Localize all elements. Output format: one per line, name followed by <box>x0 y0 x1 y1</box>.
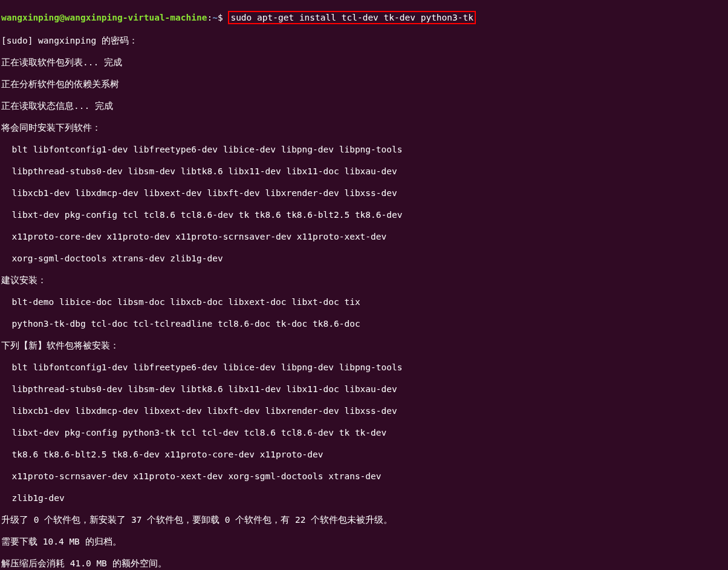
output-line: blt libfontconfig1-dev libfreetype6-dev … <box>1 144 727 155</box>
output-line: blt libfontconfig1-dev libfreetype6-dev … <box>1 362 727 373</box>
output-line: 升级了 0 个软件包，新安装了 37 个软件包，要卸载 0 个软件包，有 22 … <box>1 514 727 525</box>
output-line: x11proto-core-dev x11proto-dev x11proto-… <box>1 231 727 242</box>
prompt-user-host: wangxinping@wangxinping-virtual-machine <box>1 13 207 22</box>
prompt-path: ~ <box>212 13 218 22</box>
output-line: libxcb1-dev libxdmcp-dev libxext-dev lib… <box>1 405 727 416</box>
output-line: 下列【新】软件包将被安装： <box>1 340 727 351</box>
output-line: libpthread-stubs0-dev libsm-dev libtk8.6… <box>1 384 727 395</box>
prompt-colon: : <box>207 13 212 22</box>
output-line: 正在读取软件包列表... 完成 <box>1 57 727 68</box>
output-line: python3-tk-dbg tcl-doc tcl-tclreadline t… <box>1 318 727 329</box>
output-line: libxcb1-dev libxdmcp-dev libxext-dev lib… <box>1 188 727 198</box>
output-line: 解压缩后会消耗 41.0 MB 的额外空间。 <box>1 558 727 569</box>
command-line: wangxinping@wangxinping-virtual-machine:… <box>1 11 727 24</box>
output-line: 需要下载 10.4 MB 的归档。 <box>1 536 727 547</box>
output-line: libxt-dev pkg-config tcl tcl8.6 tcl8.6-d… <box>1 209 727 220</box>
output-line: 建议安装： <box>1 275 727 286</box>
output-line: xorg-sgml-doctools xtrans-dev zlib1g-dev <box>1 253 727 264</box>
output-line: 正在读取状态信息... 完成 <box>1 100 727 111</box>
output-line: libxt-dev pkg-config python3-tk tcl tcl-… <box>1 427 727 438</box>
output-line: libpthread-stubs0-dev libsm-dev libtk8.6… <box>1 166 727 177</box>
output-line: [sudo] wangxinping 的密码： <box>1 35 727 46</box>
terminal-output[interactable]: wangxinping@wangxinping-virtual-machine:… <box>0 0 728 570</box>
output-line: zlib1g-dev <box>1 493 727 503</box>
output-line: 正在分析软件包的依赖关系树 <box>1 79 727 90</box>
output-line: tk8.6 tk8.6-blt2.5 tk8.6-dev x11proto-co… <box>1 449 727 460</box>
output-line: 将会同时安装下列软件： <box>1 122 727 133</box>
output-line: x11proto-scrnsaver-dev x11proto-xext-dev… <box>1 471 727 482</box>
output-line: blt-demo libice-doc libsm-doc libxcb-doc… <box>1 296 727 307</box>
prompt-dollar: $ <box>218 13 228 22</box>
highlighted-command: sudo apt-get install tcl-dev tk-dev pyth… <box>228 11 476 24</box>
